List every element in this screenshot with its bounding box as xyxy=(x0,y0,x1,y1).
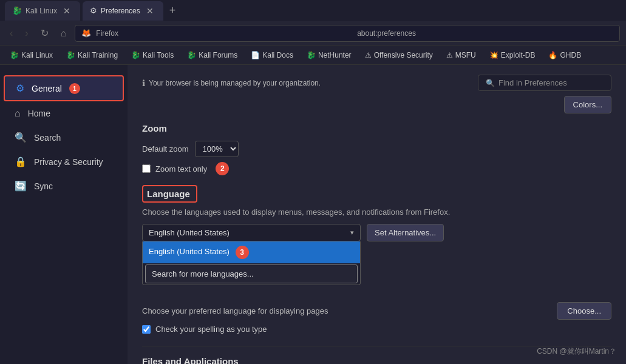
managed-notice: ℹ Your browser is being managed by your … xyxy=(142,78,321,88)
nav-bar: ‹ › ↻ ⌂ 🦊 Firefox about:preferences xyxy=(0,21,626,46)
kali-docs-bookmark-label: Kali Docs xyxy=(262,51,293,59)
bookmarks-bar: 🐉 Kali Linux 🐉 Kali Training 🐉 Kali Tool… xyxy=(0,46,626,65)
language-dropdown-container: English (United States) ▾ English (Unite… xyxy=(142,224,361,241)
zoom-text-only-label: Zoom text only xyxy=(155,164,207,174)
sidebar-item-general[interactable]: ⚙ General 1 xyxy=(4,75,124,101)
kali-tab-close[interactable]: ✕ xyxy=(61,5,73,17)
set-alternatives-button[interactable]: Set Alternatives... xyxy=(367,224,444,241)
language-select-display[interactable]: English (United States) ▾ xyxy=(142,224,361,241)
prefs-tab-label: Preferences xyxy=(101,7,140,15)
watermark: CSDN @就你叫Martin？ xyxy=(537,346,616,357)
spell-check-checkbox[interactable] xyxy=(142,325,151,334)
bookmark-kali-training[interactable]: 🐉 Kali Training xyxy=(61,49,123,61)
tab-kali-linux[interactable]: 🐉 Kali Linux ✕ xyxy=(5,1,80,21)
nethunter-bookmark-label: NetHunter xyxy=(318,51,352,59)
bookmark-nethunter[interactable]: 🐉 NetHunter xyxy=(302,49,356,61)
language-option-en-us[interactable]: English (United States) 3 xyxy=(143,241,360,263)
default-zoom-label: Default zoom xyxy=(142,144,189,153)
home-icon: ⌂ xyxy=(15,108,21,119)
tab-preferences[interactable]: ⚙ Preferences ✕ xyxy=(83,1,163,21)
kali-training-bookmark-label: Kali Training xyxy=(78,51,118,59)
content-area: ℹ Your browser is being managed by your … xyxy=(128,65,626,364)
language-controls: English (United States) ▾ English (Unite… xyxy=(142,224,611,241)
kali-training-bookmark-icon: 🐉 xyxy=(66,51,75,59)
nethunter-bookmark-icon: 🐉 xyxy=(307,51,316,59)
language-option-en-us-label: English (United States) xyxy=(149,247,230,256)
search-more-label: Search for more languages... xyxy=(152,269,254,278)
bookmark-ghdb[interactable]: 🔥 GHDB xyxy=(543,49,586,61)
zoom-row: Default zoom 100% 90% 110% 120% xyxy=(142,141,611,157)
general-badge: 1 xyxy=(69,83,80,94)
language-section: Language Choose the languages used to di… xyxy=(142,185,611,334)
prefs-tab-icon: ⚙ xyxy=(90,6,97,15)
sync-icon: 🔄 xyxy=(15,180,27,192)
sidebar-label-general: General xyxy=(32,84,62,93)
sidebar-label-sync: Sync xyxy=(34,181,53,191)
bookmark-offensive-security[interactable]: ⚠ Offensive Security xyxy=(360,49,438,61)
offensive-security-bookmark-label: Offensive Security xyxy=(374,51,433,59)
bookmark-exploit-db[interactable]: 💥 Exploit-DB xyxy=(485,49,540,61)
zoom-text-only-checkbox[interactable] xyxy=(142,164,151,173)
url-text: about:preferences xyxy=(357,29,613,38)
zoom-title: Zoom xyxy=(142,123,611,133)
sidebar-item-search[interactable]: 🔍 Search xyxy=(4,126,124,149)
sidebar-label-home: Home xyxy=(28,109,50,118)
zoom-section: Zoom Default zoom 100% 90% 110% 120% Zoo… xyxy=(142,123,611,175)
home-button[interactable]: ⌂ xyxy=(57,25,70,41)
msfu-bookmark-label: MSFU xyxy=(455,51,476,59)
exploit-db-bookmark-label: Exploit-DB xyxy=(501,51,536,59)
step-2-badge: 2 xyxy=(216,162,229,175)
firefox-icon: 🦊 xyxy=(81,29,91,38)
choose-button[interactable]: Choose... xyxy=(557,302,611,320)
sidebar-item-privacy-security[interactable]: 🔒 Privacy & Security xyxy=(4,150,124,174)
colors-button[interactable]: Colors... xyxy=(564,96,611,113)
forward-button[interactable]: › xyxy=(21,25,32,41)
prefs-tab-close[interactable]: ✕ xyxy=(144,5,156,17)
selected-language-label: English (United States) xyxy=(149,228,230,237)
kali-tab-label: Kali Linux xyxy=(26,7,57,15)
kali-forums-bookmark-label: Kali Forums xyxy=(199,51,237,59)
exploit-db-bookmark-icon: 💥 xyxy=(489,51,498,59)
language-option-search-more[interactable]: Search for more languages... xyxy=(145,265,358,283)
ghdb-bookmark-label: GHDB xyxy=(560,51,581,59)
dropdown-arrow-icon: ▾ xyxy=(350,229,354,237)
new-tab-button[interactable]: + xyxy=(166,4,180,17)
sidebar-label-privacy: Privacy & Security xyxy=(34,157,103,167)
sidebar-item-sync[interactable]: 🔄 Sync xyxy=(4,174,124,198)
content-top-bar: ℹ Your browser is being managed by your … xyxy=(128,65,626,96)
managed-notice-text: Your browser is being managed by your or… xyxy=(149,79,321,87)
zoom-text-only-row: Zoom text only 2 xyxy=(142,162,611,175)
bookmark-kali-linux[interactable]: 🐉 Kali Linux xyxy=(5,49,58,61)
sidebar: ⚙ General 1 ⌂ Home 🔍 Search 🔒 Privacy & … xyxy=(0,65,128,364)
tab-strip: 🐉 Kali Linux ✕ ⚙ Preferences ✕ + xyxy=(5,1,179,21)
lock-icon: 🔒 xyxy=(15,156,27,167)
sidebar-item-home[interactable]: ⌂ Home xyxy=(4,102,124,125)
zoom-select[interactable]: 100% 90% 110% 120% xyxy=(195,141,239,157)
kali-linux-bookmark-icon: 🐉 xyxy=(10,51,19,59)
bookmark-msfu[interactable]: ⚠ MSFU xyxy=(441,49,481,61)
find-in-prefs-label: Find in Preferences xyxy=(498,78,567,87)
find-in-preferences[interactable]: 🔍 Find in Preferences xyxy=(478,75,611,91)
choose-pages-text: Choose your preferred language for displ… xyxy=(142,306,328,315)
files-applications-title: Files and Applications xyxy=(142,356,239,364)
language-dropdown-menu: English (United States) 3 Search for mor… xyxy=(142,241,361,285)
title-bar: 🐉 Kali Linux ✕ ⚙ Preferences ✕ + xyxy=(0,0,626,21)
back-button[interactable]: ‹ xyxy=(6,25,16,41)
find-icon: 🔍 xyxy=(486,79,495,87)
address-bar[interactable]: 🦊 Firefox about:preferences xyxy=(75,25,620,42)
url-firefox-label: Firefox xyxy=(96,29,352,38)
bookmark-kali-docs[interactable]: 📄 Kali Docs xyxy=(246,49,298,61)
info-icon: ℹ xyxy=(142,78,145,88)
content-body: Colors... Zoom Default zoom 100% 90% 110… xyxy=(128,96,626,364)
bookmark-kali-tools[interactable]: 🐉 Kali Tools xyxy=(126,49,179,61)
kali-tools-bookmark-label: Kali Tools xyxy=(143,51,174,59)
language-title-box: Language xyxy=(142,185,197,203)
kali-tools-bookmark-icon: 🐉 xyxy=(131,51,140,59)
bookmark-kali-forums[interactable]: 🐉 Kali Forums xyxy=(182,49,242,61)
spell-check-row: Check your spelling as you type xyxy=(142,325,611,334)
main-layout: ⚙ General 1 ⌂ Home 🔍 Search 🔒 Privacy & … xyxy=(0,65,626,364)
language-title: Language xyxy=(147,189,190,199)
colors-row: Colors... xyxy=(142,96,611,113)
reload-button[interactable]: ↻ xyxy=(37,25,52,41)
sidebar-label-search: Search xyxy=(34,133,61,143)
